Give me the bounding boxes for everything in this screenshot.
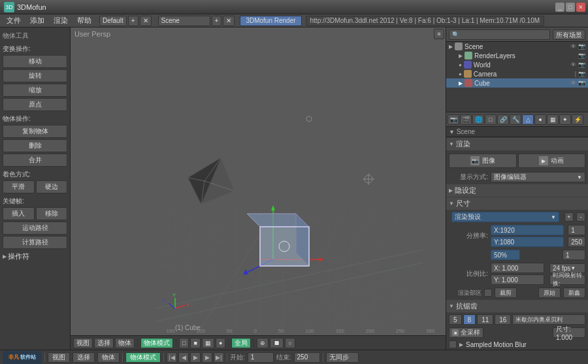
full-sample-btn[interactable]: ■ 全采样 bbox=[449, 327, 483, 338]
add-preset-btn[interactable]: + bbox=[564, 212, 574, 222]
delete-btn[interactable]: 删除 bbox=[3, 139, 67, 152]
scene-props-btn[interactable]: 🎬 bbox=[460, 114, 472, 125]
aa-section-header[interactable]: ▼ 抗锯齿 bbox=[446, 300, 588, 312]
viewport-shade[interactable]: 全局 bbox=[231, 338, 251, 348]
select-menu-btn[interactable]: 选择 bbox=[94, 338, 114, 348]
menu-file[interactable]: 文件 bbox=[3, 14, 25, 27]
render-engine-btn[interactable]: 3DMofun Render bbox=[240, 16, 301, 26]
minimize-button[interactable]: _ bbox=[555, 3, 564, 12]
add-layout-btn[interactable]: + bbox=[128, 16, 139, 26]
scale-btn[interactable]: 缩放 bbox=[3, 84, 67, 97]
prop-edit-btn[interactable]: ○ bbox=[285, 338, 295, 348]
menu-render[interactable]: 渲染 bbox=[50, 14, 72, 27]
size-section-header[interactable]: ▼ 尺寸 bbox=[446, 197, 588, 210]
add-scene-btn[interactable]: + bbox=[212, 16, 222, 26]
display-select[interactable]: 图像编辑器 ▼ bbox=[491, 172, 585, 182]
frame-start-field[interactable]: 1 bbox=[568, 225, 585, 235]
status-mode-btn[interactable]: 物体模式 bbox=[125, 352, 161, 363]
insert-key-btn[interactable]: 插入 bbox=[3, 207, 35, 220]
operators-header[interactable]: ▶ 操作符 bbox=[3, 252, 67, 261]
rotate-btn[interactable]: 旋转 bbox=[3, 69, 67, 82]
timecode-display[interactable]: 无同步 bbox=[326, 352, 359, 363]
jump-start-btn[interactable]: |◀ bbox=[167, 352, 177, 363]
close-button[interactable]: ✕ bbox=[576, 3, 585, 12]
outliner-filter[interactable]: 所有场景 bbox=[553, 29, 585, 40]
mode-selector[interactable]: 物体模式 bbox=[140, 338, 173, 348]
close-scene-btn[interactable]: ✕ bbox=[223, 16, 235, 26]
menu-add[interactable]: 添加 bbox=[26, 14, 48, 27]
remove-preset-btn[interactable]: - bbox=[576, 212, 585, 222]
modifier-props-btn[interactable]: 🔧 bbox=[510, 114, 521, 125]
border-checkbox[interactable] bbox=[484, 289, 492, 297]
world-props-btn[interactable]: 🌐 bbox=[472, 114, 484, 125]
particle-props-btn[interactable]: ✦ bbox=[559, 114, 571, 125]
render-preset-field[interactable]: 渲染预设 ▼ bbox=[451, 212, 559, 222]
viewport-3d[interactable]: User Persp ≡ bbox=[71, 27, 446, 350]
prev-frame-btn[interactable]: ◀ bbox=[178, 352, 189, 363]
outliner-search[interactable]: 🔍 bbox=[449, 29, 550, 40]
play-btn[interactable]: ▶ bbox=[190, 352, 201, 363]
data-props-btn[interactable]: △ bbox=[522, 114, 534, 125]
wireframe-btn[interactable]: □ bbox=[179, 338, 189, 348]
textured-btn[interactable]: ▦ bbox=[202, 338, 214, 348]
close-layout-btn[interactable]: ✕ bbox=[140, 16, 152, 26]
object-menu-btn[interactable]: 物体 bbox=[115, 338, 135, 348]
render-animation-btn[interactable]: ▶ 动画 bbox=[518, 154, 586, 168]
scene-selector[interactable]: Scene bbox=[158, 16, 210, 26]
aa-sampler-select[interactable]: 米歇尔内奥卓贝利 bbox=[512, 314, 585, 325]
render-props-btn[interactable]: 📷 bbox=[448, 114, 459, 125]
snap-btn[interactable]: 🔲 bbox=[270, 338, 284, 348]
move-btn[interactable]: 移动 bbox=[3, 55, 67, 68]
view-menu-btn[interactable]: 视图 bbox=[73, 338, 93, 348]
outliner-item-cube[interactable]: ▶ Cube 👁 📷 bbox=[446, 78, 588, 88]
hard-btn[interactable]: 硬边 bbox=[36, 180, 68, 193]
layout-selector[interactable]: Default bbox=[99, 16, 127, 26]
old-btn[interactable]: 原始 bbox=[538, 288, 561, 298]
maximize-button[interactable]: □ bbox=[566, 3, 575, 12]
motion-path-btn[interactable]: 运动路径 bbox=[3, 222, 67, 235]
status-object-btn[interactable]: 物体 bbox=[97, 352, 120, 363]
physics-props-btn[interactable]: ⚡ bbox=[572, 114, 583, 125]
res-y-field[interactable]: Y:1080 bbox=[491, 237, 564, 247]
new-btn[interactable]: 新鑫 bbox=[563, 288, 585, 298]
duplicate-btn[interactable]: 复制物体 bbox=[3, 125, 67, 138]
outliner-item-world[interactable]: ● World 👁 📷 bbox=[446, 60, 588, 69]
outliner-item-camera[interactable]: ● Camera | 📷 bbox=[446, 69, 588, 78]
aa-5-btn[interactable]: 5 bbox=[449, 314, 462, 325]
frame-end-field[interactable]: 250 bbox=[568, 237, 585, 247]
step-field[interactable]: 1 bbox=[563, 250, 585, 260]
next-frame-btn[interactable]: ▶ bbox=[202, 352, 212, 363]
status-select-btn[interactable]: 选择 bbox=[73, 352, 95, 363]
render-section-header[interactable]: ▼ 渲染 bbox=[446, 138, 588, 150]
menu-help[interactable]: 帮助 bbox=[73, 14, 95, 27]
remove-key-btn[interactable]: 移除 bbox=[36, 207, 68, 220]
start-frame-input[interactable]: 1 bbox=[248, 352, 274, 363]
aa-8-btn[interactable]: 8 bbox=[463, 314, 476, 325]
aa-11-btn[interactable]: 11 bbox=[477, 314, 493, 325]
solid-btn[interactable]: ■ bbox=[190, 338, 200, 348]
end-frame-input[interactable]: 250 bbox=[294, 352, 320, 363]
pct-field[interactable]: 50% bbox=[491, 250, 520, 260]
join-btn[interactable]: 合并 bbox=[3, 154, 67, 167]
render-image-btn[interactable]: 📷 图像 bbox=[449, 154, 517, 168]
aspect-x-field[interactable]: X: 1.000 bbox=[491, 263, 544, 273]
outliner-item-scene[interactable]: ▶ Scene 👁 📷 bbox=[446, 42, 588, 51]
status-view-btn[interactable]: 视图 bbox=[48, 352, 70, 363]
aa-16-btn[interactable]: 16 bbox=[495, 314, 511, 325]
constraint-props-btn[interactable]: 🔗 bbox=[497, 114, 509, 125]
aspect-y-field[interactable]: Y: 1.000 bbox=[491, 274, 544, 285]
smooth-btn[interactable]: 平滑 bbox=[3, 180, 35, 193]
outliner-item-renderlayers[interactable]: ▶ RenderLayers 📷 bbox=[446, 51, 588, 60]
pivot-btn[interactable]: ⊕ bbox=[257, 338, 269, 348]
jump-end-btn[interactable]: ▶| bbox=[214, 352, 224, 363]
material-props-btn[interactable]: ● bbox=[534, 114, 546, 125]
origin-btn[interactable]: 原点 bbox=[3, 98, 67, 111]
aa-size-field[interactable]: 尺寸: 1.000 bbox=[553, 327, 585, 338]
res-x-field[interactable]: X:1920 bbox=[491, 225, 564, 235]
object-props-btn[interactable]: □ bbox=[485, 114, 497, 125]
calc-path-btn[interactable]: 计算路径 bbox=[3, 236, 67, 249]
layer-section-header[interactable]: ▶ 隐设定 bbox=[446, 184, 588, 197]
crop-btn[interactable]: 裁剪 bbox=[495, 288, 517, 298]
motion-blur-checkbox[interactable] bbox=[449, 340, 457, 348]
rendered-btn[interactable]: ● bbox=[216, 338, 225, 348]
